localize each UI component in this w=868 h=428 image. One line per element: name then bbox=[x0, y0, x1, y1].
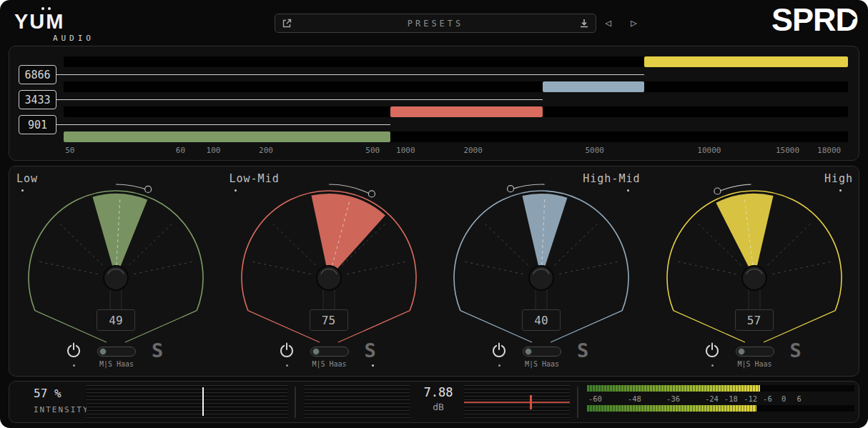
freq-axis-label: 2000 bbox=[463, 146, 483, 155]
prev-preset-button[interactable]: ◁ bbox=[605, 16, 611, 29]
power-button[interactable] bbox=[490, 342, 508, 359]
solo-button[interactable]: S bbox=[577, 339, 588, 362]
band-segment-high-mid[interactable] bbox=[543, 81, 644, 92]
preset-name[interactable]: PRESETS bbox=[297, 19, 573, 29]
ms-haas-toggle[interactable] bbox=[523, 347, 561, 357]
meter-scale-label: 6 bbox=[797, 394, 802, 403]
solo-button[interactable]: S bbox=[365, 339, 376, 362]
footer-bar: 57 % INTENSITY 7.88 dB -60-48-36-24-18-1… bbox=[9, 381, 859, 423]
meter-scale-label: -48 bbox=[628, 394, 641, 403]
ms-haas-label: M|S Haas bbox=[512, 360, 572, 368]
band-high: High 57 M|S Haas S bbox=[648, 166, 861, 376]
freq-axis-label: 1000 bbox=[396, 146, 415, 155]
frequency-axis: 5060100200500100020005000100001500018000 bbox=[9, 146, 859, 156]
meter-bar-left bbox=[587, 385, 854, 392]
load-preset-icon[interactable] bbox=[579, 19, 589, 29]
intensity-slider[interactable] bbox=[87, 385, 287, 419]
gain-marker-tick[interactable] bbox=[530, 395, 532, 409]
intensity-slider-cursor[interactable] bbox=[202, 387, 204, 416]
meter-scale: -60-48-36-24-18-12-606 bbox=[587, 394, 854, 403]
band-track-low bbox=[64, 131, 848, 142]
freq-axis-label: 15000 bbox=[776, 146, 799, 155]
toggle-knob[interactable] bbox=[99, 348, 107, 355]
preset-bar[interactable]: PRESETS bbox=[275, 14, 596, 33]
crossover-freq-1[interactable]: 6866 bbox=[19, 65, 56, 84]
freq-axis-label: 18000 bbox=[817, 146, 841, 155]
output-level-meter: -60-48-36-24-18-12-606 bbox=[587, 382, 854, 422]
meter-scale-label: -6 bbox=[763, 394, 772, 403]
footer-divider bbox=[577, 387, 578, 418]
next-preset-button[interactable]: ▷ bbox=[631, 16, 637, 29]
logo-umlaut-dots bbox=[41, 7, 51, 10]
band-segment-low-mid[interactable] bbox=[390, 106, 543, 117]
footer-divider bbox=[295, 387, 296, 418]
ms-haas-toggle[interactable] bbox=[310, 347, 349, 357]
ms-haas-label: M|S Haas bbox=[300, 360, 360, 368]
ms-haas-label: M|S Haas bbox=[87, 360, 147, 368]
crossover-spectrum-panel: 6866 3433 901 50601002005001000200050001… bbox=[9, 46, 859, 161]
meter-scale-label: -12 bbox=[744, 394, 757, 403]
crossover-freq-2[interactable]: 3433 bbox=[19, 90, 56, 109]
solo-button[interactable]: S bbox=[790, 339, 802, 362]
band-track-low-mid bbox=[64, 106, 848, 117]
crossover-line-3 bbox=[56, 124, 390, 125]
freq-axis-label: 5000 bbox=[585, 146, 604, 155]
freq-axis-label: 50 bbox=[65, 146, 74, 155]
bands-panel: Low 49 M|S Haas S Low-Mid 75 bbox=[9, 166, 859, 377]
gain-slider-right[interactable] bbox=[464, 385, 570, 419]
meter-scale-label: -18 bbox=[724, 394, 738, 403]
meter-level-left bbox=[587, 385, 760, 392]
solo-indicator-dot bbox=[372, 364, 374, 367]
band-high-mid: High-Mid 40 M|S Haas S bbox=[435, 166, 648, 376]
power-indicator-dot bbox=[711, 364, 714, 367]
toggle-knob[interactable] bbox=[525, 348, 532, 355]
spread-value[interactable]: 57 bbox=[735, 309, 774, 331]
gain-value: 7.88 bbox=[410, 385, 467, 399]
intensity-label: INTENSITY bbox=[34, 405, 89, 414]
intensity-value: 57 % bbox=[34, 387, 61, 400]
power-button[interactable] bbox=[278, 342, 295, 359]
toggle-knob[interactable] bbox=[312, 348, 320, 355]
power-indicator-dot bbox=[498, 364, 500, 367]
sprd-logo-d-play-icon: D bbox=[836, 1, 859, 39]
power-button[interactable] bbox=[65, 342, 82, 359]
spread-value[interactable]: 49 bbox=[97, 309, 135, 331]
band-track-high bbox=[64, 56, 848, 67]
spread-value[interactable]: 40 bbox=[522, 309, 561, 331]
freq-axis-label: 10000 bbox=[697, 146, 721, 155]
crossover-freq-3[interactable]: 901 bbox=[19, 115, 56, 134]
ms-haas-label: M|S Haas bbox=[725, 360, 785, 368]
meter-scale-label: 0 bbox=[781, 394, 786, 403]
meter-scale-label: -24 bbox=[705, 394, 719, 403]
gain-slider-left[interactable] bbox=[305, 385, 410, 419]
band-segment-low[interactable] bbox=[64, 131, 390, 142]
power-button[interactable] bbox=[704, 342, 721, 359]
meter-scale-label: -60 bbox=[588, 394, 602, 403]
crossover-line-1 bbox=[56, 74, 644, 75]
freq-axis-label: 60 bbox=[176, 146, 185, 155]
band-low: Low 49 M|S Haas S bbox=[9, 166, 222, 376]
sprd-logo: SPRD bbox=[771, 1, 858, 39]
meter-level-right bbox=[587, 405, 756, 412]
logo-line1: YUM bbox=[14, 10, 94, 33]
crossover-line-2 bbox=[56, 99, 543, 100]
export-preset-icon[interactable] bbox=[282, 19, 292, 29]
freq-axis-label: 100 bbox=[207, 146, 221, 155]
logo-line2: AUDIO bbox=[14, 34, 94, 43]
ms-haas-toggle[interactable] bbox=[97, 347, 136, 357]
meter-scale-label: -36 bbox=[666, 394, 680, 403]
sprd-logo-text: SPR bbox=[771, 1, 836, 38]
solo-button[interactable]: S bbox=[152, 339, 163, 362]
toggle-knob[interactable] bbox=[738, 348, 745, 355]
plugin-window: YUM AUDIO PRESETS ◁ ▷ SPRD 6866 3433 901… bbox=[0, 0, 868, 428]
band-segment-high[interactable] bbox=[644, 56, 848, 67]
freq-axis-label: 500 bbox=[365, 146, 380, 155]
yum-audio-logo: YUM AUDIO bbox=[14, 6, 94, 43]
band-low-mid: Low-Mid 75 M|S Haas S bbox=[222, 166, 435, 376]
meter-bar-right bbox=[587, 405, 854, 412]
power-indicator-dot bbox=[286, 364, 288, 367]
gain-marker-line bbox=[464, 402, 570, 403]
ms-haas-toggle[interactable] bbox=[736, 347, 774, 357]
spread-value[interactable]: 75 bbox=[310, 309, 348, 331]
power-indicator-dot bbox=[73, 364, 75, 367]
